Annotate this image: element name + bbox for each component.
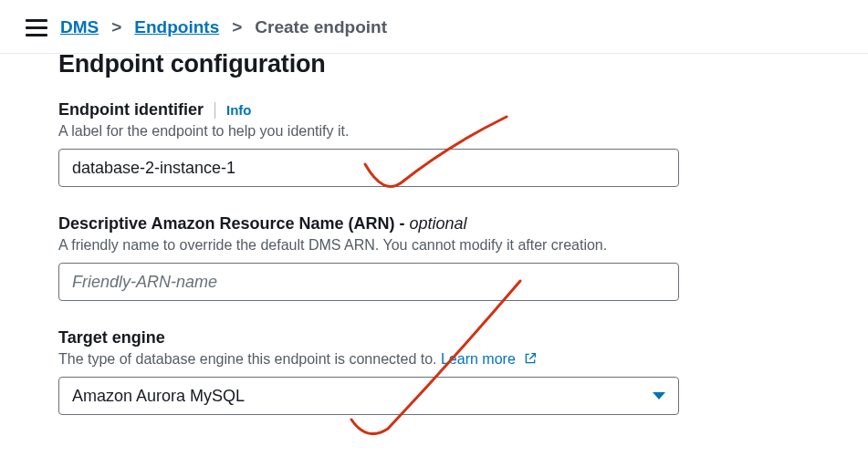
breadcrumb-dms-link[interactable]: DMS: [60, 17, 99, 37]
field-label: Endpoint identifier: [58, 100, 204, 119]
field-help: A friendly name to override the default …: [58, 237, 734, 254]
chevron-right-icon: >: [111, 17, 121, 37]
arn-input-wrap: [58, 263, 679, 301]
field-label: Target engine: [58, 328, 165, 348]
field-target-engine: Target engine The type of database engin…: [58, 328, 734, 415]
external-link-icon: [523, 351, 538, 366]
arn-label-text: Descriptive Amazon Resource Name (ARN) -: [58, 214, 409, 233]
breadcrumb-current: Create endpoint: [255, 17, 387, 37]
engine-help-text: The type of database engine this endpoin…: [58, 351, 441, 367]
target-engine-value: Amazon Aurora MySQL: [72, 387, 245, 406]
endpoint-identifier-input[interactable]: [72, 159, 665, 178]
menu-icon[interactable]: [26, 16, 47, 38]
learn-more-link[interactable]: Learn more: [441, 351, 516, 367]
optional-tag: optional: [409, 214, 466, 233]
info-link[interactable]: Info: [226, 102, 252, 118]
chevron-down-icon: [653, 392, 665, 400]
arn-input[interactable]: [72, 273, 665, 292]
field-arn: Descriptive Amazon Resource Name (ARN) -…: [58, 214, 734, 301]
endpoint-identifier-input-wrap: [58, 149, 679, 187]
section-title: Endpoint configuration: [58, 50, 868, 78]
field-help: A label for the endpoint to help you ide…: [58, 123, 734, 140]
breadcrumb-endpoints-link[interactable]: Endpoints: [134, 17, 219, 37]
target-engine-select[interactable]: Amazon Aurora MySQL: [58, 377, 679, 415]
chevron-right-icon: >: [232, 17, 242, 37]
breadcrumb: DMS > Endpoints > Create endpoint: [0, 0, 868, 54]
field-label: Descriptive Amazon Resource Name (ARN) -…: [58, 214, 467, 234]
divider: [214, 102, 215, 119]
field-help: The type of database engine this endpoin…: [58, 351, 734, 368]
field-endpoint-identifier: Endpoint identifier Info A label for the…: [58, 100, 734, 187]
